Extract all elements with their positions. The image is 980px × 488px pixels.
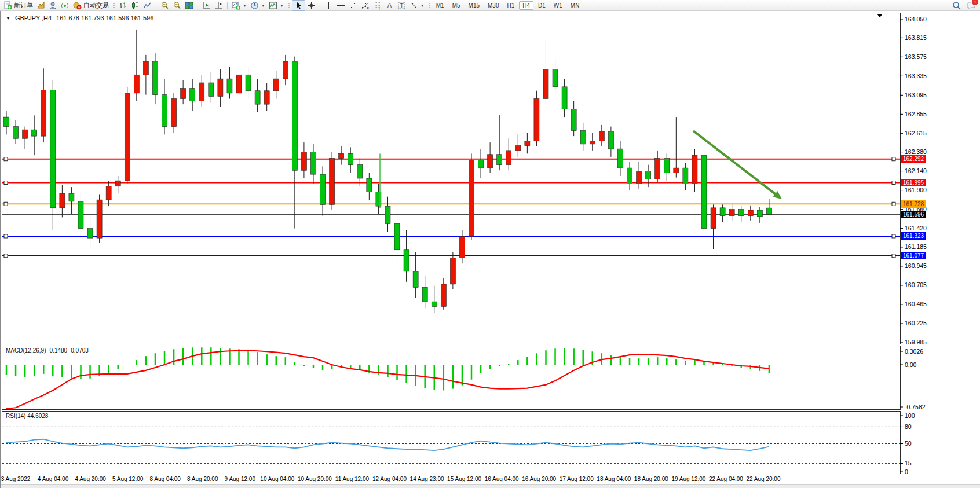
new-order-button[interactable]: 新订单 <box>2 1 35 10</box>
status-bar <box>1 484 980 488</box>
clock-icon <box>250 1 259 10</box>
autotrade-button[interactable]: 自动交易 <box>71 1 111 10</box>
text-label-tool-button[interactable]: T <box>396 1 408 10</box>
channel-tool-button[interactable]: E <box>359 1 371 10</box>
dropdown-caret-icon: ▼ <box>280 3 284 8</box>
timeframe-button-m1[interactable]: M1 <box>433 1 448 10</box>
vline-tool-button[interactable] <box>323 1 335 10</box>
macd-axis-label: -0.7582 <box>905 403 926 410</box>
accounts-button[interactable] <box>47 1 59 10</box>
date-axis-label: 19 Aug 12:00 <box>671 476 705 482</box>
vertical-line-icon <box>324 1 333 10</box>
toolbar-separator <box>429 2 430 9</box>
timeframe-button-mn[interactable]: MN <box>567 1 583 10</box>
date-axis-label: 16 Aug 20:00 <box>522 476 556 482</box>
timeframe-button-m5[interactable]: M5 <box>449 1 464 10</box>
new-order-label: 新订单 <box>14 1 33 10</box>
date-axis-label: 10 Aug 04:00 <box>260 476 294 482</box>
trading-terminal: 新订单 自动交易 <box>0 0 980 488</box>
market-watch-button[interactable] <box>35 1 47 10</box>
signal-icon <box>61 1 70 10</box>
toolbar-separator <box>113 2 115 9</box>
tile-windows-icon <box>185 1 193 10</box>
fibonacci-tool-button[interactable]: F <box>371 1 383 10</box>
chart-symbol-period: GBPJPY-,H4 <box>15 14 52 21</box>
date-axis-label: 14 Aug 23:00 <box>410 476 444 482</box>
date-axis-label: 18 Aug 20:00 <box>634 476 668 482</box>
date-axis-label: 11 Aug 12:00 <box>335 476 369 482</box>
tile-windows-button[interactable] <box>183 1 195 10</box>
date-axis-label: 17 Aug 12:00 <box>560 476 594 482</box>
search-icon[interactable] <box>952 1 961 10</box>
timeframe-button-m15[interactable]: M15 <box>465 1 483 10</box>
gold-chart-icon <box>36 1 45 10</box>
toolbar-right: 1 <box>952 1 975 10</box>
chart-legend: ▼ GBPJPY-,H4 161.678 161.793 161.596 161… <box>6 14 153 21</box>
timeframe-button-h4[interactable]: H4 <box>519 1 533 10</box>
price-tick-label: 160.705 <box>905 281 927 288</box>
macd-panel[interactable] <box>2 346 901 410</box>
candlestick-icon <box>131 1 140 10</box>
price-tick-label: 163.815 <box>905 34 927 41</box>
dropdown-caret-icon: ▼ <box>261 3 265 8</box>
zoom-in-button[interactable] <box>159 1 171 10</box>
dropdown-caret-icon: ▼ <box>243 3 247 8</box>
text-tool-button[interactable]: A <box>383 1 396 10</box>
price-tick-label: 164.050 <box>905 16 927 23</box>
toolbar-separator <box>288 2 290 9</box>
price-line-badge: 161.323 <box>901 232 926 240</box>
user-icon <box>49 1 57 10</box>
svg-text:T: T <box>400 2 403 9</box>
timeframe-button-m30[interactable]: M30 <box>484 1 502 10</box>
cursor-icon <box>294 1 303 10</box>
price-line-badge: 161.077 <box>901 252 926 259</box>
chart-shift-button[interactable] <box>213 1 225 10</box>
auto-scroll-button[interactable] <box>200 1 213 10</box>
indicators-dropdown[interactable]: ▼ <box>267 1 286 10</box>
zoom-out-button[interactable] <box>171 1 183 10</box>
timeframe-button-h1[interactable]: H1 <box>503 1 518 10</box>
chart-ohlc-values: 161.678 161.793 161.596 161.596 <box>56 14 153 21</box>
trendline-tool-button[interactable] <box>347 1 359 10</box>
profiles-dropdown[interactable]: ▼ <box>248 1 267 10</box>
toolbar-separator <box>198 2 198 9</box>
zoom-in-icon <box>160 1 169 10</box>
timeframe-button-w1[interactable]: W1 <box>550 1 566 10</box>
toolbar-separator <box>156 2 156 9</box>
date-axis-label: 22 Aug 04:00 <box>709 476 743 482</box>
price-tick-label: 163.575 <box>905 53 927 60</box>
price-tick-label: 160.225 <box>905 320 927 326</box>
bar-chart-mode-button[interactable] <box>117 1 129 10</box>
new-chart-dropdown[interactable]: ▼ <box>230 1 248 10</box>
autotrade-icon <box>73 1 82 10</box>
crosshair-icon <box>307 1 316 10</box>
main-chart-panel[interactable] <box>2 13 901 344</box>
price-tick-label: 161.185 <box>905 243 927 250</box>
equidistant-channel-icon: E <box>361 1 370 10</box>
autotrade-label: 自动交易 <box>83 1 109 10</box>
collapse-triangle-icon[interactable]: ▼ <box>6 16 10 21</box>
chart-shift-marker-icon[interactable] <box>877 14 883 17</box>
date-axis-label: 10 Aug 20:00 <box>298 476 332 482</box>
date-axis-label: 22 Aug 20:00 <box>747 476 781 482</box>
chat-icon[interactable]: 1 <box>967 1 975 10</box>
price-tick-label: 162.615 <box>905 130 927 137</box>
macd-axis-label: 0.00 <box>905 361 916 368</box>
chart-window: ▼ GBPJPY-,H4 161.678 161.793 161.596 161… <box>0 11 980 488</box>
trendline-icon <box>349 1 357 10</box>
price-tick-label: 162.380 <box>905 148 927 155</box>
date-axis-label: 3 Aug 2022 <box>1 476 31 482</box>
arrows-tool-dropdown[interactable]: ▼ <box>408 1 426 10</box>
price-tick-label: 162.140 <box>905 167 927 174</box>
timeframe-button-d1[interactable]: D1 <box>535 1 549 10</box>
hline-tool-button[interactable] <box>335 1 347 10</box>
line-chart-mode-button[interactable] <box>141 1 153 10</box>
candle-chart-mode-button[interactable] <box>129 1 141 10</box>
signals-button[interactable] <box>59 1 71 10</box>
date-axis-label: 4 Aug 04:00 <box>38 476 68 482</box>
cursor-tool-button[interactable] <box>292 0 305 11</box>
crosshair-tool-button[interactable] <box>305 1 317 10</box>
price-tick-label: 163.095 <box>905 91 927 98</box>
chart-shift-icon <box>214 1 223 10</box>
rsi-panel[interactable] <box>2 411 901 474</box>
